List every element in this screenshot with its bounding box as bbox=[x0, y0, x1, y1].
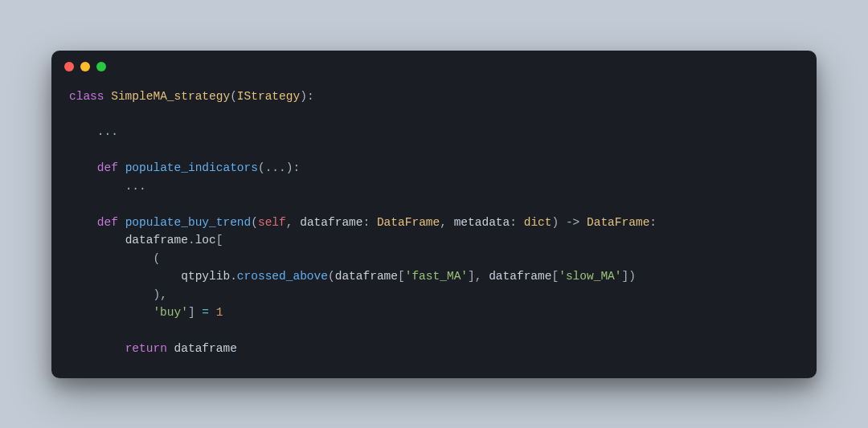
paren-close: ) bbox=[552, 216, 559, 229]
bracket-close: ] bbox=[468, 270, 475, 283]
keyword-def: def bbox=[97, 161, 118, 174]
window-controls bbox=[51, 51, 817, 79]
paren-close: ) bbox=[300, 90, 307, 103]
var-dataframe: dataframe bbox=[489, 270, 551, 283]
arrow: -> bbox=[566, 216, 579, 229]
module-qtpylib: qtpylib bbox=[181, 270, 230, 283]
comma: , bbox=[160, 288, 167, 301]
minimize-icon[interactable] bbox=[80, 62, 90, 71]
bracket-open: [ bbox=[216, 234, 223, 247]
paren-close: ) bbox=[153, 288, 160, 301]
close-icon[interactable] bbox=[64, 62, 74, 71]
var-dataframe: dataframe bbox=[335, 270, 398, 283]
paren-open: ( bbox=[258, 161, 265, 174]
code-content: class SimpleMA_strategy(IStrategy): ... … bbox=[51, 79, 817, 373]
var-dataframe: dataframe bbox=[125, 234, 188, 247]
colon: : bbox=[307, 90, 314, 103]
paren-open: ( bbox=[230, 90, 237, 103]
ellipsis: ... bbox=[125, 180, 146, 193]
param-dataframe: dataframe bbox=[300, 216, 362, 229]
colon: : bbox=[510, 216, 517, 229]
comma: , bbox=[286, 216, 293, 229]
bracket-close: ] bbox=[188, 306, 195, 319]
var-dataframe: dataframe bbox=[174, 342, 237, 355]
string-buy: 'buy' bbox=[153, 306, 188, 319]
attr-loc: loc bbox=[195, 234, 216, 247]
comma: , bbox=[475, 270, 482, 283]
operator-assign: = bbox=[202, 306, 209, 319]
colon: : bbox=[649, 216, 657, 229]
number-one: 1 bbox=[216, 306, 223, 319]
bracket-close: ] bbox=[622, 270, 629, 283]
ellipsis-params: ... bbox=[265, 161, 286, 174]
maximize-icon[interactable] bbox=[96, 62, 106, 71]
type-dict: dict bbox=[524, 216, 552, 229]
code-editor-window: class SimpleMA_strategy(IStrategy): ... … bbox=[51, 51, 817, 378]
dot: . bbox=[230, 270, 237, 283]
function-name: populate_buy_trend bbox=[125, 216, 252, 229]
keyword-class: class bbox=[69, 90, 104, 103]
keyword-def: def bbox=[97, 216, 118, 229]
string-slow-ma: 'slow_MA' bbox=[559, 270, 621, 283]
param-metadata: metadata bbox=[454, 216, 510, 229]
colon: : bbox=[293, 161, 300, 174]
paren-open: ( bbox=[153, 252, 160, 265]
paren-close: ) bbox=[628, 270, 636, 283]
func-crossed-above: crossed_above bbox=[237, 270, 328, 283]
colon: : bbox=[363, 216, 371, 229]
paren-open: ( bbox=[251, 216, 258, 229]
keyword-return: return bbox=[125, 342, 167, 355]
ellipsis: ... bbox=[97, 125, 118, 138]
type-dataframe: DataFrame bbox=[377, 216, 440, 229]
class-name: SimpleMA_strategy bbox=[111, 90, 230, 103]
bracket-open: [ bbox=[398, 270, 405, 283]
base-class: IStrategy bbox=[237, 90, 300, 103]
paren-open: ( bbox=[328, 270, 335, 283]
bracket-open: [ bbox=[551, 270, 559, 283]
return-type: DataFrame bbox=[587, 216, 649, 229]
dot: . bbox=[188, 234, 195, 247]
param-self: self bbox=[258, 216, 286, 229]
comma: , bbox=[440, 216, 447, 229]
string-fast-ma: 'fast_MA' bbox=[405, 270, 468, 283]
function-name: populate_indicators bbox=[125, 161, 258, 174]
